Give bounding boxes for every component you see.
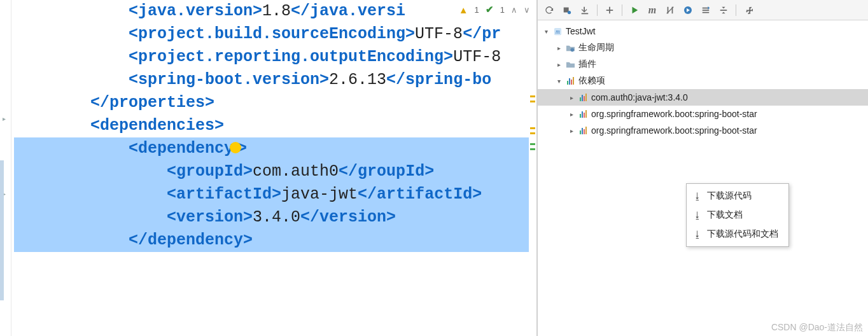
- inspections-widget[interactable]: ▲ 1 ✔ 1 ∧ ∨: [459, 4, 530, 15]
- tree-dep-item[interactable]: ▸ com.auth0:java-jwt:3.4.0: [538, 89, 868, 106]
- chevron-right-icon[interactable]: ▸: [567, 111, 576, 118]
- watermark: CSDN @Dao-道法自然: [771, 322, 863, 333]
- execute-goal-icon[interactable]: m: [645, 3, 660, 18]
- library-icon: [577, 108, 589, 120]
- tree-label: 生命周期: [578, 42, 614, 53]
- svg-text:m: m: [556, 29, 560, 35]
- chevron-right-icon[interactable]: ▸: [567, 94, 576, 101]
- tree-label: TestJwt: [566, 26, 596, 36]
- editor-pane[interactable]: ▸ ▸ <java.version>1.8</java.versi <proje…: [0, 0, 537, 336]
- svg-point-1: [568, 10, 571, 13]
- code-line[interactable]: <artifactId>java-jwt</artifactId>: [14, 183, 536, 206]
- settings-icon[interactable]: [741, 3, 756, 18]
- tree-label: org.springframework.boot:spring-boot-sta…: [591, 109, 757, 119]
- folder-gear-icon: [564, 42, 576, 53]
- chevron-up-icon[interactable]: ∧: [511, 5, 517, 15]
- download-icon: ⭳: [693, 229, 702, 239]
- tree-plugins[interactable]: ▸ 插件: [538, 56, 868, 73]
- maven-tree[interactable]: ▾ m TestJwt ▸ 生命周期 ▸ 插件 ▾ 依赖项 ▸: [538, 20, 868, 336]
- code-line[interactable]: </properties>: [14, 92, 536, 115]
- check-count: 1: [500, 5, 505, 15]
- code-line[interactable]: </dependency>: [14, 229, 536, 252]
- tree-label: org.springframework.boot:spring-boot-sta…: [591, 125, 757, 136]
- show-dependencies-icon[interactable]: [698, 3, 713, 18]
- dependencies-icon: [564, 75, 576, 87]
- run-icon[interactable]: [627, 3, 642, 18]
- svg-point-5: [570, 48, 574, 52]
- code-line[interactable]: <dependency>: [14, 137, 536, 160]
- chevron-right-icon[interactable]: ▸: [567, 127, 576, 134]
- library-icon: [577, 125, 589, 136]
- chevron-right-icon[interactable]: ▸: [554, 45, 563, 52]
- menu-label: 下载源代码: [707, 190, 752, 202]
- menu-label: 下载源代码和文档: [707, 228, 778, 240]
- maven-tool-window: m ▾ m TestJwt ▸ 生命周期 ▸ 插件: [537, 0, 868, 336]
- chevron-down-icon[interactable]: ▾: [542, 28, 550, 35]
- maven-module-icon: m: [552, 25, 563, 37]
- tree-label: 依赖项: [578, 75, 605, 87]
- chevron-down-icon[interactable]: ▾: [554, 78, 563, 85]
- tree-dep-item[interactable]: ▸ org.springframework.boot:spring-boot-s…: [538, 122, 868, 139]
- code-line[interactable]: <dependencies>: [14, 115, 536, 137]
- refresh-icon[interactable]: [542, 3, 557, 18]
- code-line[interactable]: <project.reporting.outputEncoding>UTF-8: [14, 46, 536, 69]
- context-menu: ⭳ 下载源代码 ⭳ 下载文档 ⭳ 下载源代码和文档: [686, 183, 789, 247]
- menu-download-docs[interactable]: ⭳ 下载文档: [687, 206, 788, 225]
- intention-bulb-icon[interactable]: [230, 142, 241, 153]
- code-area[interactable]: <java.version>1.8</java.versi <project.b…: [0, 0, 536, 252]
- tree-root[interactable]: ▾ m TestJwt: [538, 23, 868, 39]
- check-icon: ✔: [486, 4, 494, 15]
- collapse-all-icon[interactable]: [716, 3, 731, 18]
- warning-count: 1: [475, 5, 479, 15]
- code-line[interactable]: <version>3.4.0</version>: [14, 206, 536, 229]
- tree-label: 插件: [578, 59, 596, 70]
- library-icon: [577, 92, 589, 103]
- download-icon[interactable]: [577, 3, 592, 18]
- toggle-offline-icon[interactable]: [680, 3, 696, 18]
- download-icon: ⭳: [693, 191, 702, 201]
- menu-download-sources[interactable]: ⭳ 下载源代码: [687, 186, 788, 206]
- menu-download-sources-and-docs[interactable]: ⭳ 下载源代码和文档: [687, 225, 788, 244]
- tree-dependencies[interactable]: ▾ 依赖项: [538, 73, 868, 89]
- toggle-skip-tests-icon[interactable]: [662, 3, 678, 18]
- add-icon[interactable]: [602, 3, 617, 18]
- code-line[interactable]: <project.build.sourceEncoding>UTF-8</pr: [14, 23, 536, 46]
- error-stripe[interactable]: [529, 0, 536, 336]
- folder-icon: [564, 59, 576, 70]
- menu-label: 下载文档: [707, 209, 743, 221]
- code-line[interactable]: <groupId>com.auth0</groupId>: [14, 160, 536, 183]
- tree-dep-item[interactable]: ▸ org.springframework.boot:spring-boot-s…: [538, 106, 868, 122]
- tree-label: com.auth0:java-jwt:3.4.0: [591, 92, 688, 102]
- warning-icon: ▲: [459, 4, 468, 15]
- code-line[interactable]: <spring-boot.version>2.6.13</spring-bo: [14, 69, 536, 92]
- chevron-right-icon[interactable]: ▸: [554, 61, 563, 68]
- tree-lifecycle[interactable]: ▸ 生命周期: [538, 39, 868, 56]
- download-icon: ⭳: [693, 210, 702, 220]
- maven-toolbar: m: [538, 0, 868, 20]
- generate-sources-icon[interactable]: [559, 3, 575, 18]
